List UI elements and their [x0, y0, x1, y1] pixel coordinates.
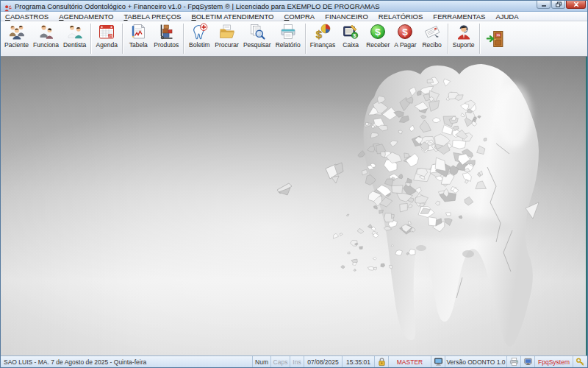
- toolbar-button-recibo[interactable]: Recibo: [419, 21, 445, 56]
- svg-text:EXIT: EXIT: [495, 34, 501, 37]
- svg-text:$: $: [403, 26, 409, 38]
- toolbar-button-label: Boletim: [189, 41, 209, 49]
- patients-icon: [8, 23, 26, 40]
- toolbar-button-dentista[interactable]: Dentista: [61, 21, 88, 56]
- toolbar-button-procurar[interactable]: Procurar: [212, 21, 241, 56]
- status-panel-caps-lock: Caps: [271, 356, 290, 367]
- toolbar-button-agenda[interactable]: 29Agenda: [93, 21, 120, 56]
- status-panel-monitor: [521, 356, 535, 367]
- toolbar-button-produtos[interactable]: Produtos: [151, 21, 181, 56]
- toolbar-button-financas[interactable]: $Finanças: [308, 21, 338, 56]
- monitor-small-icon: [523, 357, 533, 367]
- support-icon: [455, 23, 473, 40]
- toolbar-button-relatorio[interactable]: Relatório: [273, 21, 303, 56]
- tooth-cross-icon: [190, 23, 208, 40]
- menu-item-tabela-precos[interactable]: TABELA PREÇOS: [123, 13, 181, 21]
- toolbar-button-label: Pesquisar: [243, 41, 271, 49]
- restore-icon[interactable]: [551, 1, 565, 9]
- svg-text:$: $: [376, 26, 381, 38]
- menu-item-ferramentas[interactable]: FERRAMENTAS: [433, 13, 485, 21]
- menu-item-boletim-atendimento[interactable]: BOLETIM ATENDIMENTO: [191, 13, 273, 21]
- menu-item-agendamento[interactable]: AGENDAMENTO: [59, 13, 113, 21]
- application-window: Programa Consultório Odontológico + Fina…: [0, 0, 588, 368]
- toolbar-button-caixa[interactable]: $Caixa: [337, 21, 364, 56]
- toolbar-button-suporte[interactable]: Suporte: [451, 21, 477, 56]
- toolbar-button-funciona[interactable]: Funciona: [31, 21, 61, 56]
- menu-item-cadastros[interactable]: CADASTROS: [5, 13, 49, 21]
- status-panel-insert: Ins: [290, 356, 304, 367]
- toolbar-button-label: Produtos: [154, 41, 179, 49]
- menu-item-financeiro[interactable]: FINANCEIRO: [325, 13, 368, 21]
- toolbar-button-exit[interactable]: EXIT: [482, 21, 509, 56]
- menu-item-relatorios[interactable]: RELATÓRIOS: [379, 13, 423, 21]
- toolbar-separator: [90, 24, 91, 54]
- toolbar-separator: [122, 24, 123, 54]
- statusbar: SAO LUIS - MA. 7 de Agosto de 2025 - Qui…: [1, 355, 587, 367]
- menu-item-ajuda[interactable]: AJUDA: [495, 13, 518, 21]
- dentists-icon: [66, 23, 84, 40]
- toolbar-separator: [305, 24, 306, 54]
- client-area: [1, 57, 587, 355]
- toolbar-group: 29Agenda: [93, 21, 120, 56]
- report-icon: [279, 23, 297, 40]
- toolbar-button-label: Tabela: [129, 41, 148, 49]
- toolbar-button-label: A Pagar: [394, 41, 416, 49]
- toolbar-button-label: Suporte: [453, 41, 475, 49]
- status-panel-user: MASTER: [389, 356, 431, 367]
- toolbar-group: PacienteFuncionaDentista: [2, 21, 88, 56]
- toolbar: PacienteFuncionaDentista29AgendaTabelaPr…: [1, 21, 587, 57]
- computer-small-icon: [434, 357, 443, 367]
- toolbar-button-receber[interactable]: $Receber: [364, 21, 392, 56]
- app-icon: [4, 2, 12, 10]
- toolbar-button-label: Recibo: [422, 41, 441, 49]
- toolbar-button-tabela[interactable]: Tabela: [125, 21, 151, 56]
- toolbar-group: TabelaProdutos: [125, 21, 181, 56]
- toolbar-button-label: Finanças: [310, 41, 336, 49]
- window-controls: [537, 1, 586, 9]
- open-folder-icon: [218, 23, 236, 40]
- toolbar-button-label: Dentista: [63, 41, 86, 49]
- svg-text:29: 29: [109, 34, 112, 38]
- calendar-icon: 29: [98, 23, 115, 40]
- cashbook-icon: $: [342, 23, 359, 40]
- toolbar-button-label: Caixa: [343, 41, 359, 49]
- menu-item-compra[interactable]: COMPRA: [284, 13, 315, 21]
- status-panel-time: 15:35:01: [343, 356, 375, 367]
- status-panel-keys: [573, 356, 587, 367]
- exit-door-icon: EXIT: [485, 29, 506, 49]
- toolbar-group: $Finanças$Caixa$Receber$A PagarRecibo: [308, 21, 445, 56]
- price-table-icon: [129, 23, 147, 40]
- toolbar-button-pesquisar[interactable]: Pesquisar: [241, 21, 273, 56]
- close-icon[interactable]: [566, 1, 586, 9]
- toolbar-group: BoletimProcurarPesquisarRelatório: [186, 21, 302, 56]
- receipt-icon: [423, 23, 441, 40]
- status-panel-computer: [431, 356, 445, 367]
- toolbar-group: Suporte: [451, 21, 477, 56]
- lock-small-icon: [377, 357, 387, 367]
- minimize-icon[interactable]: [537, 1, 551, 9]
- svg-text:$: $: [316, 28, 323, 40]
- toolbar-separator: [183, 24, 184, 54]
- toolbar-separator: [479, 24, 480, 54]
- status-panel-version: Versão ODONTO 1.0: [445, 356, 507, 367]
- coin-red-icon: $: [396, 23, 414, 40]
- staff-icon: [37, 23, 55, 40]
- toolbar-button-paciente[interactable]: Paciente: [2, 21, 31, 56]
- toolbar-group: EXIT: [482, 21, 509, 56]
- toolbar-button-label: Funciona: [33, 41, 59, 49]
- toolbar-button-label: Procurar: [215, 41, 239, 49]
- status-panel-num-lock: Num: [253, 356, 271, 367]
- toolbar-button-boletim[interactable]: Boletim: [186, 21, 212, 56]
- toolbar-separator: [448, 24, 448, 54]
- status-panel-location-date: SAO LUIS - MA. 7 de Agosto de 2025 - Qui…: [1, 356, 253, 367]
- printer-small-icon: [509, 357, 519, 367]
- search-docs-icon: [248, 23, 266, 40]
- toolbar-button-a-pagar[interactable]: $A Pagar: [392, 21, 418, 56]
- status-panel-lock: [375, 356, 389, 367]
- toolbar-button-label: Agenda: [96, 41, 118, 49]
- finance-pie-icon: $: [314, 23, 331, 40]
- distant-shards: [277, 163, 343, 195]
- window-title: Programa Consultório Odontológico + Fina…: [15, 2, 380, 10]
- toolbar-button-label: Paciente: [4, 41, 29, 49]
- handtruck-icon: [157, 23, 175, 40]
